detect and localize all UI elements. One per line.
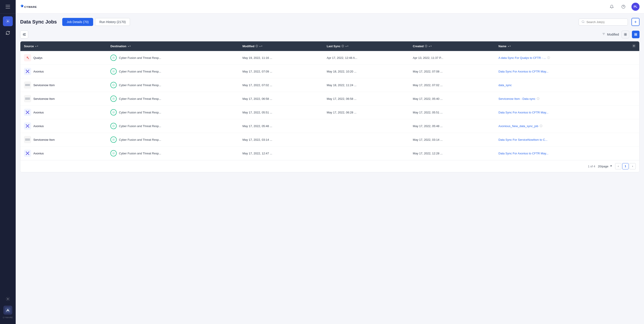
svg-point-49 xyxy=(26,111,27,111)
svg-point-60 xyxy=(28,127,29,128)
svg-rect-39 xyxy=(25,84,30,85)
data-table: Source ▲▼ Destination ▲▼ xyxy=(20,41,640,172)
name-cell: A data Sync For Qualys to CFTR - ... ⓘ xyxy=(495,51,628,65)
svg-rect-40 xyxy=(25,85,30,86)
name-info-icon: ⓘ xyxy=(547,56,550,60)
destination-name: Cyber Fusion and Threat Resp... xyxy=(119,97,161,100)
col-source[interactable]: Source ▲▼ xyxy=(20,41,107,51)
job-name-link[interactable]: A data Sync For Qualys to CFTR - ... xyxy=(498,56,546,59)
modified-cell: May 17, 2022, 07:09 ... xyxy=(239,65,323,78)
col-last-sync[interactable]: Last Sync ⓘ ▲▼ xyxy=(323,41,409,51)
svg-point-11 xyxy=(582,20,584,22)
tab-job-details[interactable]: Job Details (70) xyxy=(62,18,93,26)
search-input[interactable] xyxy=(586,20,625,24)
job-name-link[interactable]: Data Sync For Axonius to CFTR May... xyxy=(498,111,548,114)
svg-rect-18 xyxy=(624,33,626,34)
svg-point-3 xyxy=(8,21,8,22)
col-name[interactable]: Name ▲▼ xyxy=(495,41,628,51)
filter-button[interactable] xyxy=(20,30,28,38)
svg-line-28 xyxy=(28,58,29,59)
table-row: Axonius Cyber Fusion and Threat Resp... … xyxy=(20,147,639,160)
job-name-link[interactable]: Data Sync For Axonius to CFTR May... xyxy=(498,70,548,73)
row-settings-cell xyxy=(628,106,639,119)
topbar-logo: CYWARE xyxy=(20,3,42,10)
name-cell: Data Sync For Axonius to CFTR May... xyxy=(495,147,628,160)
sidebar-item-gear[interactable] xyxy=(3,294,13,304)
destination-cell: Cyber Fusion and Threat Resp... xyxy=(107,119,239,133)
source-cell: Servicenow Itsm xyxy=(20,78,107,92)
help-icon[interactable] xyxy=(620,3,627,10)
created-cell: May 17, 2022, 05:48 ... xyxy=(409,119,495,133)
source-cell: Axonius xyxy=(20,119,107,133)
svg-rect-63 xyxy=(25,139,30,139)
destination-name: Cyber Fusion and Threat Resp... xyxy=(119,138,161,141)
svg-point-4 xyxy=(8,299,8,300)
created-cell: Apr 13, 2022, 11:37 P... xyxy=(409,51,495,65)
source-name: Axonius xyxy=(33,70,44,73)
name-cell: Data Sync For Axonius to CFTR May... xyxy=(495,65,628,78)
job-name-link[interactable]: Axonious_New_data_sync_job xyxy=(498,124,538,128)
svg-rect-22 xyxy=(634,33,637,34)
col-created[interactable]: Created ⓘ ▲▼ xyxy=(409,41,495,51)
list-view-button[interactable] xyxy=(622,31,629,38)
grid-view-button[interactable] xyxy=(632,31,640,38)
name-info-icon: ⓘ xyxy=(537,97,540,101)
source-name: Servicenow Itsm xyxy=(33,138,55,141)
sidebar-brand-text: CYWARE xyxy=(3,317,13,319)
svg-point-51 xyxy=(26,113,27,114)
row-settings-cell xyxy=(628,51,639,65)
svg-point-36 xyxy=(28,72,29,73)
source-name: Axonius xyxy=(33,111,44,114)
svg-point-30 xyxy=(113,57,114,58)
created-cell: May 17, 2022, 12:28 ... xyxy=(409,147,495,160)
user-avatar[interactable]: PL xyxy=(632,3,640,11)
table-row: Servicenow Itsm Cyber Fusion and Threat … xyxy=(20,78,639,92)
svg-rect-43 xyxy=(25,98,30,98)
row-settings-cell xyxy=(628,133,639,147)
col-destination[interactable]: Destination ▲▼ xyxy=(107,41,239,51)
destination-cell: Cyber Fusion and Threat Resp... xyxy=(107,78,239,92)
svg-point-74 xyxy=(113,153,114,154)
svg-point-42 xyxy=(113,85,114,85)
page-navigation: ‹ 1 › xyxy=(615,163,636,169)
row-settings-cell xyxy=(628,147,639,160)
job-name-link[interactable]: data_sync xyxy=(498,83,512,87)
modified-cell: May 17, 2022, 05:48 ... xyxy=(239,119,323,133)
destination-name: Cyber Fusion and Threat Resp... xyxy=(119,56,161,59)
job-name-link[interactable]: Data Sync For Axonius to CFTR May... xyxy=(498,152,548,155)
next-page-button[interactable]: › xyxy=(630,163,636,169)
sort-label[interactable]: Modified xyxy=(607,33,619,36)
name-cell: Axonious_New_data_sync_job ⓘ xyxy=(495,119,628,133)
svg-point-54 xyxy=(113,112,114,113)
svg-point-33 xyxy=(26,70,27,70)
prev-page-button[interactable]: ‹ xyxy=(615,163,622,169)
sidebar-item-settings[interactable] xyxy=(3,16,13,26)
job-name-link[interactable]: Data Sync For ServiceNowItsm to C... xyxy=(498,138,548,141)
tab-run-history[interactable]: Run History (2170) xyxy=(95,18,130,26)
svg-rect-23 xyxy=(634,34,637,35)
created-cell: May 17, 2022, 05:51 ... xyxy=(409,106,495,119)
destination-cell: Cyber Fusion and Threat Resp... xyxy=(107,106,239,119)
current-page[interactable]: 1 xyxy=(622,163,628,169)
svg-point-15 xyxy=(25,33,26,34)
col-modified[interactable]: Modified ⓘ ▲▼ xyxy=(239,41,323,51)
name-info-icon: ⓘ xyxy=(540,124,542,128)
modified-cell: May 17, 2022, 06:58 ... xyxy=(239,92,323,106)
topbar-icons: PL xyxy=(608,3,640,11)
job-name-link[interactable]: Servicenow Itsm - Data sync xyxy=(498,97,536,100)
source-cell: Servicenow Itsm xyxy=(20,92,107,106)
source-cell: Axonius xyxy=(20,106,107,119)
svg-point-57 xyxy=(26,124,27,125)
hamburger-menu[interactable] xyxy=(3,3,13,11)
sort-control[interactable]: Modified xyxy=(602,32,619,36)
search-box[interactable] xyxy=(578,18,628,25)
sidebar-avatar[interactable] xyxy=(3,306,12,315)
per-page-selector[interactable]: 20/page xyxy=(598,165,612,168)
notifications-icon[interactable] xyxy=(608,3,615,10)
page-header: Data Sync Jobs Job Details (70) Run Hist… xyxy=(20,18,640,26)
add-job-button[interactable] xyxy=(632,18,640,26)
destination-cell: Cyber Fusion and Threat Resp... xyxy=(107,92,239,106)
toolbar: Modified xyxy=(20,30,640,38)
sidebar-item-sync[interactable] xyxy=(3,28,13,38)
table-row: Axonius Cyber Fusion and Threat Resp... … xyxy=(20,106,639,119)
